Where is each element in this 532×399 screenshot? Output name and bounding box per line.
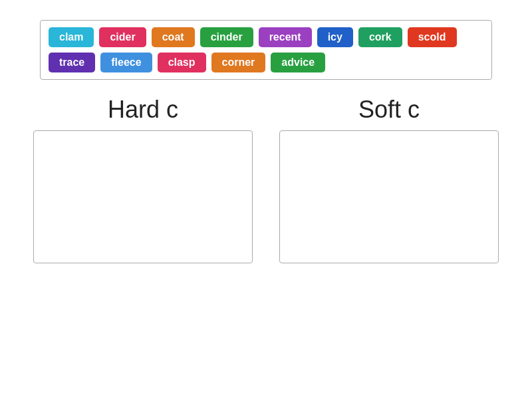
word-tile-icy[interactable]: icy [317, 27, 353, 47]
word-tile-recent[interactable]: recent [259, 27, 312, 47]
word-tile-corner[interactable]: corner [211, 53, 266, 72]
word-tile-clasp[interactable]: clasp [158, 53, 206, 72]
word-bank: clamcidercoatcinderrecenticycorkscoldtra… [40, 20, 492, 80]
word-tile-fleece[interactable]: fleece [100, 53, 152, 72]
soft-c-category: Soft c [279, 96, 499, 263]
word-tile-trace[interactable]: trace [49, 53, 95, 72]
word-tile-cider[interactable]: cider [99, 27, 146, 47]
hard-c-title: Hard c [108, 96, 178, 124]
hard-c-drop-zone[interactable] [33, 130, 253, 263]
soft-c-title: Soft c [358, 96, 420, 124]
categories-container: Hard c Soft c [33, 96, 499, 263]
word-tile-coat[interactable]: coat [152, 27, 195, 47]
soft-c-drop-zone[interactable] [279, 130, 499, 263]
word-tile-scold[interactable]: scold [408, 27, 457, 47]
word-tile-clam[interactable]: clam [49, 27, 94, 47]
word-tile-cork[interactable]: cork [358, 27, 402, 47]
word-tile-cinder[interactable]: cinder [200, 27, 253, 47]
word-tile-advice[interactable]: advice [271, 53, 325, 72]
hard-c-category: Hard c [33, 96, 253, 263]
